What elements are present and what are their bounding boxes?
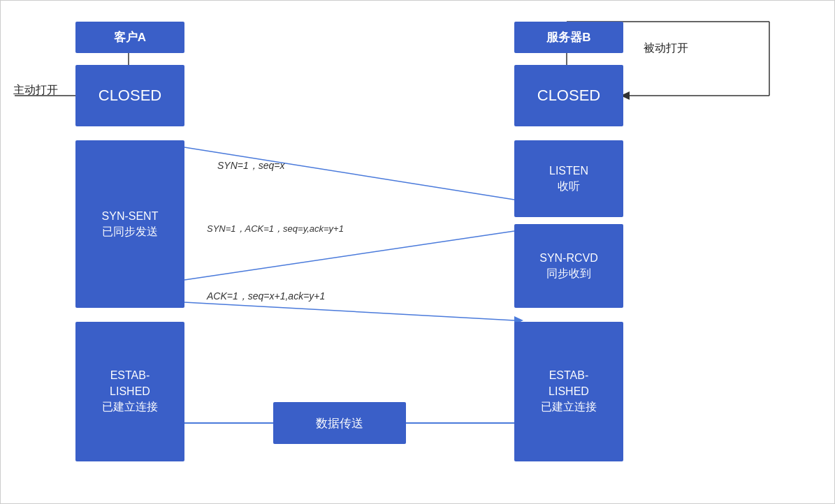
svg-line-12 [184,302,514,320]
ack-message-label: ACK=1，seq=x+1,ack=y+1 [207,290,325,303]
data-transfer-box: 数据传送 [273,402,406,444]
passive-open-label: 被动打开 [644,41,688,56]
client-closed-box: CLOSED [75,65,184,126]
established-client-box: ESTAB- LISHED 已建立连接 [75,322,184,461]
client-title: 客户A [75,22,184,53]
tcp-diagram: 客户A 服务器B CLOSED CLOSED SYN-SENT 已同步发送 LI… [0,0,835,504]
listen-box: LISTEN 收听 [514,140,623,217]
syn-ack-message-label: SYN=1，ACK=1，seq=y,ack=y+1 [207,223,344,235]
server-title: 服务器B [514,22,623,53]
server-closed-box: CLOSED [514,65,623,126]
syn-rcvd-box: SYN-RCVD 同步收到 [514,224,623,308]
active-open-label: 主动打开 [13,83,58,98]
svg-line-8 [184,147,514,200]
syn-sent-box: SYN-SENT 已同步发送 [75,140,184,308]
established-server-box: ESTAB- LISHED 已建立连接 [514,322,623,461]
svg-line-10 [184,231,514,280]
syn-message-label: SYN=1，seq=x [217,160,285,172]
